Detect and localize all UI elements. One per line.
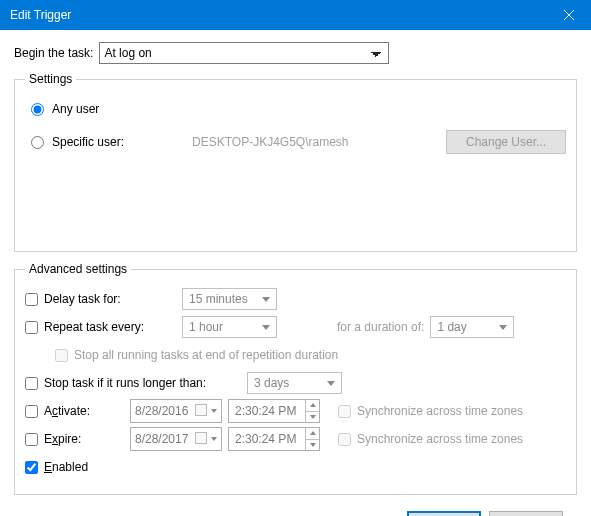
- advanced-legend: Advanced settings: [25, 262, 131, 276]
- stop-all-label: Stop all running tasks at end of repetit…: [74, 348, 338, 362]
- activate-sync-label: Synchronize across time zones: [357, 404, 523, 418]
- delay-checkbox[interactable]: [25, 293, 38, 306]
- dialog-footer: OK Cancel: [14, 505, 577, 516]
- stop-all-checkbox[interactable]: [55, 349, 68, 362]
- calendar-icon: [195, 404, 207, 416]
- begin-task-label: Begin the task:: [14, 46, 93, 60]
- expire-sync-label: Synchronize across time zones: [357, 432, 523, 446]
- calendar-icon: [195, 432, 207, 444]
- expire-date[interactable]: 8/28/2017: [130, 427, 222, 451]
- activate-row: Activate: 8/28/2016 2:30:24 PM Synchroni…: [25, 398, 566, 424]
- activate-time[interactable]: 2:30:24 PM: [228, 399, 320, 423]
- expire-checkbox[interactable]: [25, 433, 38, 446]
- activate-label: Activate:: [44, 404, 122, 418]
- enabled-label: Enabled: [44, 460, 88, 474]
- activate-sync-checkbox[interactable]: [338, 405, 351, 418]
- stop-if-checkbox[interactable]: [25, 377, 38, 390]
- duration-combo[interactable]: 1 day: [430, 316, 514, 338]
- dialog-content: Begin the task: At log on Settings Any u…: [0, 30, 591, 516]
- any-user-row: Any user: [31, 102, 566, 116]
- specific-user-value: DESKTOP-JKJ4G5Q\ramesh: [192, 135, 446, 149]
- specific-user-radio[interactable]: [31, 136, 44, 149]
- activate-sync: Synchronize across time zones: [338, 404, 523, 418]
- advanced-group: Advanced settings Delay task for: 15 min…: [14, 262, 577, 495]
- settings-legend: Settings: [25, 72, 76, 86]
- close-icon: [564, 10, 574, 20]
- enabled-checkbox[interactable]: [25, 461, 38, 474]
- titlebar: Edit Trigger: [0, 0, 591, 30]
- change-user-button[interactable]: Change User...: [446, 130, 566, 154]
- specific-user-label: Specific user:: [52, 135, 192, 149]
- spinner-icon[interactable]: [305, 400, 319, 422]
- stop-all-row: Stop all running tasks at end of repetit…: [55, 342, 566, 368]
- expire-label: Expire:: [44, 432, 122, 446]
- stop-if-label: Stop task if it runs longer than:: [44, 376, 239, 390]
- expire-time[interactable]: 2:30:24 PM: [228, 427, 320, 451]
- begin-task-select[interactable]: At log on: [99, 42, 389, 64]
- close-button[interactable]: [546, 0, 591, 30]
- any-user-label: Any user: [52, 102, 99, 116]
- delay-combo[interactable]: 15 minutes: [182, 288, 277, 310]
- repeat-label: Repeat task every:: [44, 320, 174, 334]
- enabled-row: Enabled: [25, 454, 566, 480]
- begin-task-row: Begin the task: At log on: [14, 42, 577, 64]
- repeat-checkbox[interactable]: [25, 321, 38, 334]
- delay-row: Delay task for: 15 minutes: [25, 286, 566, 312]
- expire-sync: Synchronize across time zones: [338, 432, 523, 446]
- any-user-radio[interactable]: [31, 103, 44, 116]
- stop-if-combo[interactable]: 3 days: [247, 372, 342, 394]
- repeat-row: Repeat task every: 1 hour for a duration…: [25, 314, 566, 340]
- activate-checkbox[interactable]: [25, 405, 38, 418]
- expire-sync-checkbox[interactable]: [338, 433, 351, 446]
- window-title: Edit Trigger: [10, 8, 71, 22]
- specific-user-row: Specific user: DESKTOP-JKJ4G5Q\ramesh Ch…: [31, 130, 566, 154]
- activate-date[interactable]: 8/28/2016: [130, 399, 222, 423]
- delay-label: Delay task for:: [44, 292, 174, 306]
- stop-if-row: Stop task if it runs longer than: 3 days: [25, 370, 566, 396]
- spinner-icon[interactable]: [305, 428, 319, 450]
- ok-button[interactable]: OK: [407, 511, 481, 516]
- repeat-combo[interactable]: 1 hour: [182, 316, 277, 338]
- expire-row: Expire: 8/28/2017 2:30:24 PM Synchronize…: [25, 426, 566, 452]
- cancel-button[interactable]: Cancel: [489, 511, 563, 516]
- duration-label: for a duration of:: [337, 320, 424, 334]
- settings-group: Settings Any user Specific user: DESKTOP…: [14, 72, 577, 252]
